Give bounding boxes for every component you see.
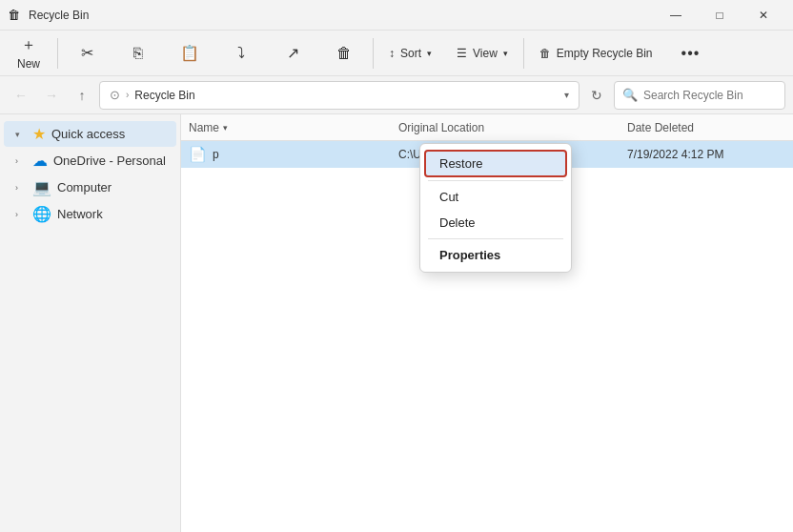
location-icon: ⊙: [110, 88, 120, 102]
file-list-header: Name ▾ Original Location Date Deleted: [181, 114, 793, 141]
context-menu-delete[interactable]: Delete: [424, 210, 567, 235]
toolbar-separator-3: [523, 38, 524, 69]
more-icon: •••: [681, 45, 701, 62]
column-header-date[interactable]: Date Deleted: [627, 121, 785, 134]
properties-label: Properties: [439, 248, 500, 262]
sort-label: Sort: [400, 47, 421, 60]
computer-expand-icon: ›: [15, 183, 27, 193]
window-controls: — □ ✕: [654, 0, 785, 31]
column-name-label: Name: [189, 121, 219, 134]
paste-icon: 📋: [180, 44, 199, 62]
file-name: p: [213, 148, 219, 161]
empty-recycle-label: Empty Recycle Bin: [557, 47, 653, 60]
delete-icon: 🗑: [336, 45, 352, 62]
context-menu-separator-2: [428, 238, 563, 239]
address-bar: ← → ↑ ⊙ › Recycle Bin ▾ ↻ 🔍: [0, 76, 793, 114]
share-icon: ↗: [287, 44, 299, 62]
sidebar-item-onedrive[interactable]: › ☁ OneDrive - Personal: [4, 148, 176, 174]
file-list: Name ▾ Original Location Date Deleted 📄 …: [181, 114, 793, 532]
view-icon: ☰: [457, 47, 467, 60]
file-date-cell: 7/19/2022 4:12 PM: [627, 148, 785, 161]
copy-icon: ⎘: [133, 45, 143, 62]
close-button[interactable]: ✕: [742, 0, 785, 31]
minimize-button[interactable]: —: [654, 0, 698, 31]
more-button[interactable]: •••: [666, 33, 716, 73]
context-menu-restore[interactable]: Restore: [424, 150, 567, 177]
refresh-button[interactable]: ↻: [583, 82, 610, 109]
column-header-name[interactable]: Name ▾: [189, 121, 398, 134]
sidebar-item-computer[interactable]: › 💻 Computer: [4, 174, 176, 200]
address-box[interactable]: ⊙ › Recycle Bin ▾: [99, 81, 580, 110]
context-menu-separator-1: [428, 180, 563, 181]
search-icon: 🔍: [622, 88, 638, 102]
maximize-button[interactable]: □: [698, 0, 742, 31]
computer-label: Computer: [57, 180, 112, 194]
toolbar: ＋ New ✂ ⎘ 📋 ⤵ ↗ 🗑 ↕ Sort ▾ ☰ View ▾ 🗑 Em…: [0, 31, 793, 76]
search-box[interactable]: 🔍: [614, 81, 785, 110]
file-date: 7/19/2022 4:12 PM: [627, 148, 723, 161]
empty-recycle-button[interactable]: 🗑 Empty Recycle Bin: [528, 33, 664, 73]
restore-label: Restore: [439, 156, 483, 171]
up-button[interactable]: ↑: [69, 82, 95, 109]
search-input[interactable]: [643, 89, 786, 102]
context-menu-properties[interactable]: Properties: [424, 242, 567, 268]
forward-button[interactable]: →: [38, 82, 65, 109]
new-button[interactable]: ＋ New: [4, 33, 53, 73]
delete-label: Delete: [439, 215, 476, 230]
title-bar: 🗑 Recycle Bin — □ ✕: [0, 0, 793, 31]
view-label: View: [473, 47, 498, 60]
file-name-cell: 📄 p: [189, 146, 398, 163]
back-button[interactable]: ←: [8, 82, 34, 109]
new-icon: ＋: [21, 35, 36, 55]
sort-indicator-icon: ▾: [223, 123, 228, 133]
column-header-location[interactable]: Original Location: [398, 121, 627, 134]
network-icon: 🌐: [32, 205, 51, 223]
quick-access-icon: ★: [32, 125, 46, 143]
column-date-label: Date Deleted: [627, 121, 694, 134]
file-icon: 📄: [189, 146, 207, 163]
column-location-label: Original Location: [398, 121, 484, 134]
onedrive-icon: ☁: [32, 152, 48, 170]
toolbar-separator-1: [57, 38, 58, 69]
computer-icon: 💻: [32, 178, 51, 196]
quick-access-label: Quick access: [51, 127, 125, 141]
sort-chevron-icon: ▾: [427, 49, 432, 58]
sort-icon: ↕: [389, 47, 395, 60]
cut-label: Cut: [439, 190, 458, 204]
copy-button[interactable]: ⎘: [113, 33, 163, 73]
delete-button[interactable]: 🗑: [319, 33, 369, 73]
view-chevron-icon: ▾: [503, 49, 508, 58]
main-content: ▾ ★ Quick access › ☁ OneDrive - Personal…: [0, 114, 793, 532]
network-label: Network: [57, 207, 103, 221]
toolbar-separator-2: [373, 38, 374, 69]
breadcrumb: Recycle Bin: [134, 89, 194, 102]
move-icon: ⤵: [237, 45, 245, 62]
share-button[interactable]: ↗: [268, 33, 317, 73]
onedrive-expand-icon: ›: [15, 156, 27, 166]
sidebar-item-network[interactable]: › 🌐 Network: [4, 201, 176, 227]
recycle-bin-icon: 🗑: [8, 8, 23, 23]
sidebar: ▾ ★ Quick access › ☁ OneDrive - Personal…: [0, 114, 181, 532]
empty-recycle-icon: 🗑: [539, 47, 551, 60]
context-menu: Restore Cut Delete Properties: [419, 143, 572, 273]
new-label: New: [17, 57, 40, 71]
quick-access-expand-icon: ▾: [15, 130, 27, 139]
paste-button[interactable]: 📋: [165, 33, 214, 73]
breadcrumb-separator: ›: [126, 90, 129, 100]
network-expand-icon: ›: [15, 210, 27, 219]
onedrive-label: OneDrive - Personal: [53, 153, 166, 168]
move-button[interactable]: ⤵: [216, 33, 266, 73]
context-menu-cut[interactable]: Cut: [424, 184, 567, 210]
cut-icon: ✂: [81, 44, 93, 62]
sidebar-item-quick-access[interactable]: ▾ ★ Quick access: [4, 121, 176, 147]
sort-button[interactable]: ↕ Sort ▾: [377, 33, 443, 73]
address-dropdown-icon: ▾: [564, 90, 569, 100]
window-title: Recycle Bin: [29, 9, 654, 22]
cut-button[interactable]: ✂: [62, 33, 112, 73]
view-button[interactable]: ☰ View ▾: [445, 33, 519, 73]
